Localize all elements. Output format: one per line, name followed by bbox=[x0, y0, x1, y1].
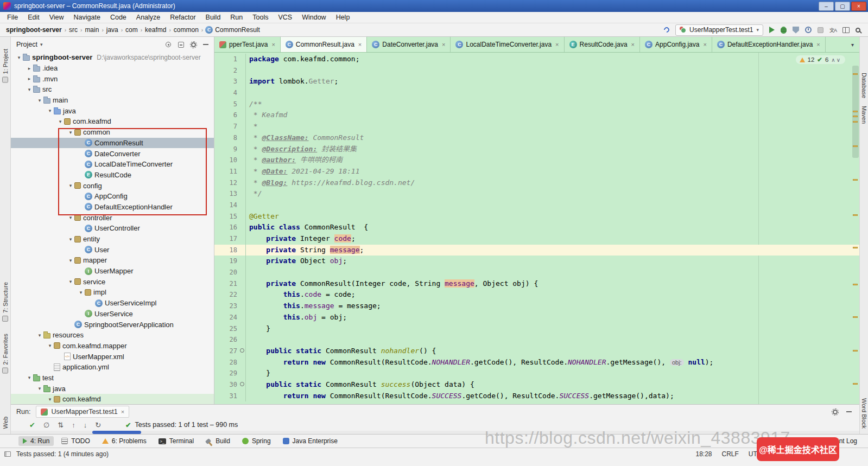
chevron-icon[interactable]: ▾ bbox=[67, 215, 74, 220]
code-line[interactable]: 16public class CommonResult { bbox=[214, 222, 859, 233]
line-number[interactable]: 31 bbox=[214, 391, 246, 402]
close-icon[interactable]: × bbox=[121, 408, 124, 415]
tree-item-src[interactable]: ▾src bbox=[11, 84, 214, 95]
tree-item-usermapper[interactable]: IUserMapper bbox=[11, 266, 214, 277]
tree-item-.idea[interactable]: ▸.idea bbox=[11, 63, 214, 74]
breadcrumb-main[interactable]: main bbox=[84, 26, 99, 34]
warning-stripe-mark[interactable] bbox=[853, 111, 858, 112]
breadcrumb-current[interactable]: CCommonResult bbox=[205, 26, 260, 34]
line-number[interactable]: 1 bbox=[214, 54, 246, 65]
toolwindow-button-terminal[interactable]: Terminal bbox=[154, 436, 198, 446]
code-line[interactable]: 22 this.code = code; bbox=[214, 289, 859, 301]
toolwindow-button-structure[interactable]: 7: Structure bbox=[2, 282, 9, 322]
line-number[interactable]: 11 bbox=[214, 166, 246, 177]
chevron-icon[interactable]: ▾ bbox=[67, 183, 74, 188]
tree-item-springboot-server[interactable]: ▾springboot-serverD:\javaworkspace\sprin… bbox=[11, 52, 214, 63]
line-number[interactable]: 13 bbox=[214, 188, 246, 200]
toolwindow-button-todo[interactable]: TODO bbox=[57, 436, 94, 446]
editor-tab-commonresult.java[interactable]: CCommonResult.java× bbox=[281, 37, 367, 52]
toolwindow-button-database[interactable]: Database bbox=[861, 73, 867, 98]
tree-item-.mvn[interactable]: ▸.mvn bbox=[11, 73, 214, 84]
chevron-icon[interactable]: ▾ bbox=[56, 119, 64, 124]
chevron-icon[interactable]: ▾ bbox=[46, 397, 54, 402]
breadcrumb-src[interactable]: src bbox=[68, 26, 78, 34]
run-tab[interactable]: UserMapperTest.test1 × bbox=[36, 406, 129, 418]
collapse-all-icon[interactable] bbox=[178, 42, 184, 48]
menu-view[interactable]: View bbox=[45, 12, 69, 22]
warning-stripe-mark[interactable] bbox=[853, 73, 858, 75]
editor-tab-defaultexceptionhandler.java[interactable]: CDefaultExceptionHandler.java× bbox=[712, 37, 826, 52]
hide-run-panel-icon[interactable] bbox=[846, 411, 852, 412]
chevron-icon[interactable]: ▾ bbox=[26, 87, 33, 92]
line-number[interactable]: 2 bbox=[214, 65, 246, 76]
line-number[interactable]: 24 bbox=[214, 312, 246, 323]
line-number[interactable]: 6 bbox=[214, 110, 246, 121]
editor-body[interactable]: 1package com.keafmd.common;23import lomb… bbox=[214, 53, 859, 404]
code-line[interactable]: 19 private Object obj; bbox=[214, 256, 859, 267]
code-line[interactable]: 21 private CommonResult(Integer code, St… bbox=[214, 278, 859, 290]
code-line[interactable]: 2 bbox=[214, 65, 859, 76]
line-number[interactable]: 15 bbox=[214, 211, 246, 222]
chevron-icon[interactable]: ▾ bbox=[15, 55, 23, 60]
chevron-icon[interactable]: ▸ bbox=[26, 76, 33, 81]
search-everywhere-icon[interactable] bbox=[856, 28, 860, 33]
hide-panel-icon[interactable] bbox=[203, 44, 208, 45]
code-line[interactable]: 14 bbox=[214, 200, 859, 211]
tree-item-resources[interactable]: ▾resources bbox=[11, 330, 214, 341]
line-separator-indicator[interactable]: CRLF bbox=[722, 450, 739, 458]
line-number[interactable]: 22 bbox=[214, 289, 246, 301]
code-line[interactable]: 15@Getter bbox=[214, 211, 859, 222]
toolwindow-button-web[interactable]: Web bbox=[2, 417, 9, 429]
line-number[interactable]: 21 bbox=[214, 278, 246, 290]
line-number[interactable]: 18 bbox=[214, 245, 246, 256]
line-number[interactable]: 19 bbox=[214, 256, 246, 267]
breadcrumb-common[interactable]: common bbox=[173, 26, 199, 34]
tree-item-common[interactable]: ▾common bbox=[11, 127, 214, 138]
menu-file[interactable]: File bbox=[2, 12, 23, 22]
line-number[interactable]: 14 bbox=[214, 200, 246, 211]
method-gutter-icon[interactable] bbox=[240, 348, 244, 353]
line-number[interactable]: 12 bbox=[214, 177, 246, 189]
warning-stripe-mark[interactable] bbox=[853, 214, 858, 216]
rerun-icon[interactable]: ↻ bbox=[95, 421, 101, 429]
title-bar[interactable]: springboot-server – CommonResult.java (A… bbox=[0, 0, 868, 12]
method-gutter-icon[interactable] bbox=[240, 382, 244, 386]
breadcrumb-keafmd[interactable]: keafmd bbox=[144, 26, 167, 34]
tree-item-config[interactable]: ▾config bbox=[11, 180, 214, 191]
code-line[interactable]: 7 * bbox=[214, 121, 859, 132]
menu-code[interactable]: Code bbox=[105, 12, 131, 22]
inspections-widget[interactable]: 12 ✔ 6 ∧∨ bbox=[796, 55, 845, 64]
tree-item-resultcode[interactable]: EResultCode bbox=[11, 170, 214, 181]
toolwindow-button-spring[interactable]: Spring bbox=[238, 436, 275, 446]
next-prev-warning-icons[interactable]: ∧∨ bbox=[831, 57, 841, 63]
toolwindow-button-java-enterprise[interactable]: Java Enterprise bbox=[278, 436, 342, 446]
tree-item-test[interactable]: ▾test bbox=[11, 373, 214, 384]
chevron-icon[interactable]: ▾ bbox=[36, 386, 43, 391]
warning-stripe-mark[interactable] bbox=[853, 116, 858, 117]
line-number[interactable]: 27 bbox=[214, 346, 246, 357]
next-test-icon[interactable]: ↓ bbox=[84, 421, 87, 429]
chevron-icon[interactable]: ▾ bbox=[67, 258, 74, 263]
code-line[interactable]: 11 * @Date: 2021-04-29 18:11 bbox=[214, 166, 859, 177]
toolwindow-button-favorites[interactable]: 2: Favorites bbox=[2, 334, 9, 373]
tree-item-userservice[interactable]: IUserService bbox=[11, 309, 214, 320]
breadcrumb-java[interactable]: java bbox=[106, 26, 119, 34]
coverage-button[interactable] bbox=[793, 27, 799, 34]
tree-item-springbootserverapplication[interactable]: CSpringbootServerApplication bbox=[11, 319, 214, 330]
chevron-icon[interactable]: ▸ bbox=[26, 66, 33, 71]
run-config-selector[interactable]: UserMapperTest.test1 ▾ bbox=[675, 24, 763, 36]
breadcrumb-root[interactable]: springboot-server bbox=[5, 26, 62, 34]
gear-icon[interactable] bbox=[191, 42, 196, 47]
line-number[interactable]: 10 bbox=[214, 155, 246, 166]
line-number[interactable]: 29 bbox=[214, 368, 246, 379]
warning-stripe-mark[interactable] bbox=[853, 121, 858, 123]
toolwindow-button-word-block[interactable]: Word Block bbox=[861, 398, 867, 429]
menu-build[interactable]: Build bbox=[201, 12, 226, 22]
chevron-icon[interactable]: ▾ bbox=[36, 98, 43, 103]
hidden-tabs-dropdown-icon[interactable]: ▾ bbox=[851, 42, 854, 48]
code-line[interactable]: 29 } bbox=[214, 368, 859, 379]
code-line[interactable]: 13 */ bbox=[214, 188, 859, 200]
tree-item-application.yml[interactable]: application.yml bbox=[11, 362, 214, 373]
code-line[interactable]: 4 bbox=[214, 87, 859, 99]
code-line[interactable]: 6 * Keafmd bbox=[214, 110, 859, 121]
